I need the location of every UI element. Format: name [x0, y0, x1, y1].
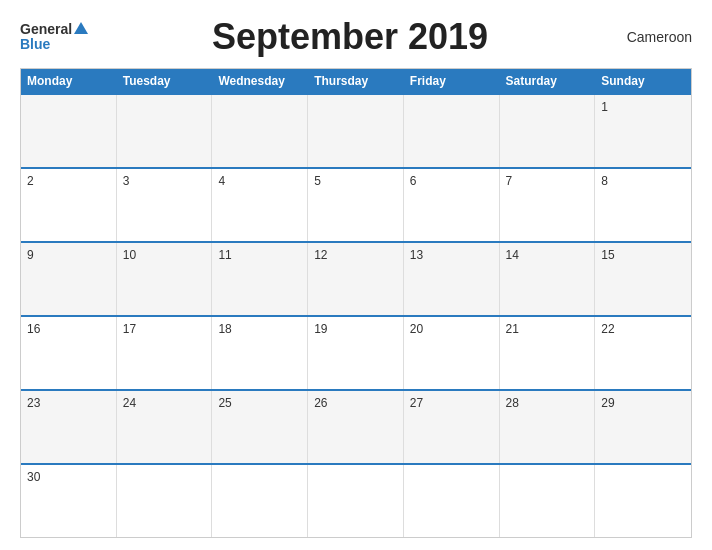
cell-w4-wed: 18 — [212, 317, 308, 389]
calendar-header: Monday Tuesday Wednesday Thursday Friday… — [21, 69, 691, 93]
cell-w3-thu: 12 — [308, 243, 404, 315]
cell-w1-sat — [500, 95, 596, 167]
cell-w6-tue — [117, 465, 213, 537]
cell-w2-tue: 3 — [117, 169, 213, 241]
cell-w3-sun: 15 — [595, 243, 691, 315]
cell-w6-mon: 30 — [21, 465, 117, 537]
cell-w6-thu — [308, 465, 404, 537]
week-5: 23 24 25 26 27 28 29 — [21, 389, 691, 463]
cell-w5-sat: 28 — [500, 391, 596, 463]
cell-w5-mon: 23 — [21, 391, 117, 463]
cell-w4-tue: 17 — [117, 317, 213, 389]
header-tuesday: Tuesday — [117, 69, 213, 93]
cell-w5-tue: 24 — [117, 391, 213, 463]
cell-w3-mon: 9 — [21, 243, 117, 315]
cell-w1-tue — [117, 95, 213, 167]
week-6: 30 — [21, 463, 691, 537]
cell-w4-sat: 21 — [500, 317, 596, 389]
calendar-body: 1 2 3 4 5 6 7 8 9 10 11 12 13 14 15 — [21, 93, 691, 537]
cell-w1-mon — [21, 95, 117, 167]
logo-triangle-icon — [74, 22, 88, 34]
cell-w5-fri: 27 — [404, 391, 500, 463]
calendar-title: September 2019 — [88, 16, 612, 58]
calendar-page: General Blue September 2019 Cameroon Mon… — [0, 0, 712, 550]
logo-general-text: General — [20, 22, 88, 37]
header-sunday: Sunday — [595, 69, 691, 93]
cell-w2-mon: 2 — [21, 169, 117, 241]
cell-w1-fri — [404, 95, 500, 167]
cell-w2-sun: 8 — [595, 169, 691, 241]
cell-w2-sat: 7 — [500, 169, 596, 241]
cell-w2-wed: 4 — [212, 169, 308, 241]
cell-w6-sun — [595, 465, 691, 537]
week-4: 16 17 18 19 20 21 22 — [21, 315, 691, 389]
cell-w6-fri — [404, 465, 500, 537]
header-saturday: Saturday — [500, 69, 596, 93]
cell-w3-wed: 11 — [212, 243, 308, 315]
header-thursday: Thursday — [308, 69, 404, 93]
country-label: Cameroon — [612, 29, 692, 45]
week-2: 2 3 4 5 6 7 8 — [21, 167, 691, 241]
logo: General Blue — [20, 22, 88, 53]
cell-w6-wed — [212, 465, 308, 537]
header-wednesday: Wednesday — [212, 69, 308, 93]
header: General Blue September 2019 Cameroon — [20, 16, 692, 58]
cell-w3-tue: 10 — [117, 243, 213, 315]
calendar-grid: Monday Tuesday Wednesday Thursday Friday… — [20, 68, 692, 538]
week-3: 9 10 11 12 13 14 15 — [21, 241, 691, 315]
cell-w3-sat: 14 — [500, 243, 596, 315]
header-monday: Monday — [21, 69, 117, 93]
week-1: 1 — [21, 93, 691, 167]
cell-w6-sat — [500, 465, 596, 537]
cell-w4-thu: 19 — [308, 317, 404, 389]
logo-blue-text: Blue — [20, 37, 88, 52]
cell-w5-thu: 26 — [308, 391, 404, 463]
cell-w4-mon: 16 — [21, 317, 117, 389]
cell-w5-sun: 29 — [595, 391, 691, 463]
cell-w4-fri: 20 — [404, 317, 500, 389]
cell-w5-wed: 25 — [212, 391, 308, 463]
cell-w2-fri: 6 — [404, 169, 500, 241]
cell-w3-fri: 13 — [404, 243, 500, 315]
cell-w2-thu: 5 — [308, 169, 404, 241]
cell-w1-thu — [308, 95, 404, 167]
cell-w1-wed — [212, 95, 308, 167]
cell-w1-sun: 1 — [595, 95, 691, 167]
header-friday: Friday — [404, 69, 500, 93]
cell-w4-sun: 22 — [595, 317, 691, 389]
